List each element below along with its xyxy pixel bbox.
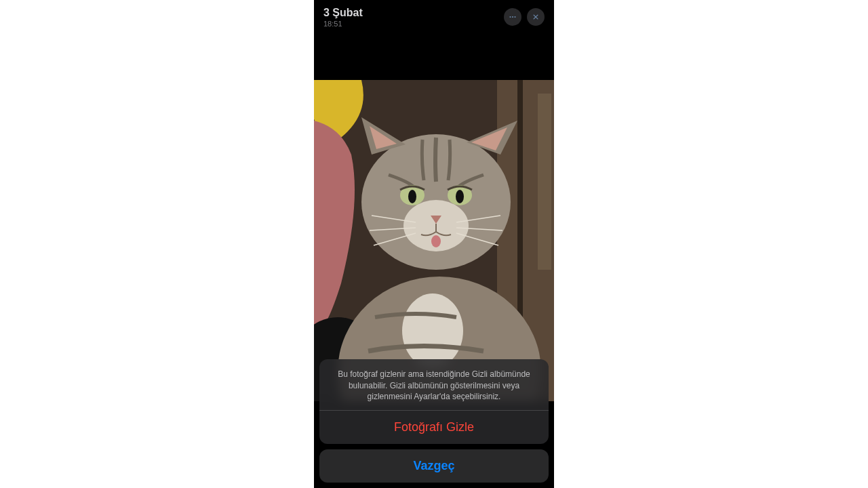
stage: 3 Şubat 18:51 Bu fotoğraf gizlenir: [0, 0, 868, 488]
header-title-block: 3 Şubat 18:51: [323, 7, 363, 28]
action-sheet: Bu fotoğraf gizlenir ama istendiğinde Gi…: [319, 359, 549, 483]
cat-photo-svg: [314, 80, 554, 401]
svg-point-14: [509, 16, 511, 18]
svg-point-12: [456, 190, 464, 203]
svg-point-11: [408, 190, 416, 203]
action-sheet-card: Bu fotoğraf gizlenir ama istendiğinde Gi…: [319, 359, 549, 444]
close-button[interactable]: [527, 8, 545, 26]
more-button[interactable]: [504, 8, 521, 26]
ellipsis-icon: [508, 12, 517, 22]
photo-date: 3 Şubat: [323, 7, 363, 19]
hide-photo-button[interactable]: Fotoğrafı Gizle: [319, 411, 549, 444]
svg-point-15: [512, 16, 513, 18]
action-sheet-message: Bu fotoğraf gizlenir ama istendiğinde Gi…: [319, 359, 549, 410]
svg-point-6: [402, 293, 463, 368]
cancel-button[interactable]: Vazgeç: [319, 449, 549, 483]
svg-point-13: [431, 235, 441, 247]
header-buttons: [504, 8, 545, 26]
svg-rect-3: [538, 94, 551, 270]
close-icon: [531, 12, 540, 22]
photo-time: 18:51: [323, 20, 363, 28]
svg-point-16: [514, 16, 515, 18]
phone-screen: 3 Şubat 18:51 Bu fotoğraf gizlenir: [314, 0, 554, 488]
photo[interactable]: [314, 80, 554, 401]
photo-viewer-header: 3 Şubat 18:51: [323, 7, 545, 33]
